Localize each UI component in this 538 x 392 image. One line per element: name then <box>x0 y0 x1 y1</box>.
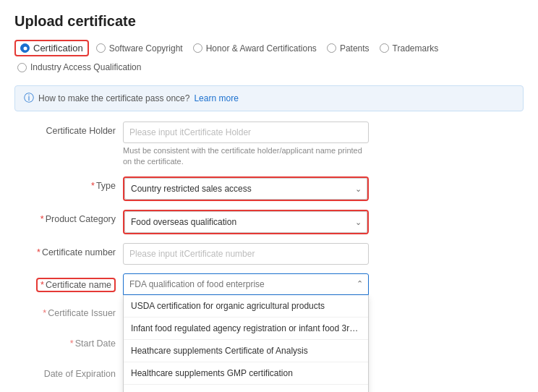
certificate-name-label-wrap: *Certificate name <box>14 273 116 292</box>
tab-software-label: Software Copyright <box>109 43 183 54</box>
product-category-row: *Product Category Food overseas qualific… <box>14 210 524 234</box>
dropdown-item-5[interactable]: GFSI or GMP certification, GFIS (BRC, IF… <box>124 385 368 392</box>
expiry-date-label: Date of Expiration <box>14 365 116 379</box>
dropdown-item-3[interactable]: Heathcare supplements Certificate of Ana… <box>124 340 368 362</box>
info-icon: ⓘ <box>24 92 34 105</box>
tab-trademarks[interactable]: Trademarks <box>377 42 442 55</box>
start-date-required-star: * <box>70 338 74 349</box>
certificate-number-row: *Certificate number <box>14 243 524 265</box>
tab-software-radio <box>96 43 106 53</box>
product-category-select[interactable]: Food overseas qualification <box>124 211 367 233</box>
tab-certification[interactable]: Certification <box>14 40 89 56</box>
certificate-holder-row: Certificate Holder Must be consistent wi… <box>14 122 524 168</box>
product-category-required-star: * <box>40 214 44 224</box>
issuer-required-star: * <box>43 308 46 318</box>
product-category-label: *Product Category <box>14 210 116 224</box>
form-section: Certificate Holder Must be consistent wi… <box>14 122 524 386</box>
dropdown-item-2[interactable]: Infant food regulated agency registratio… <box>124 318 368 340</box>
dropdown-item-1[interactable]: USDA certification for organic agricultu… <box>124 295 368 318</box>
tab-software-copyright[interactable]: Software Copyright <box>93 42 186 55</box>
page-container: Upload certificate Certification Softwar… <box>0 0 538 392</box>
certificate-number-field-group <box>123 243 524 265</box>
cert-name-required-star: * <box>40 280 44 290</box>
info-banner: ⓘ How to make the certificate pass once?… <box>14 85 524 111</box>
tab-certification-label: Certification <box>33 43 83 54</box>
certificate-number-label: *Certificate number <box>14 243 116 257</box>
certificate-name-input[interactable] <box>123 273 369 295</box>
tab-honor-radio <box>193 43 202 53</box>
type-label: *Type <box>14 176 116 191</box>
certificate-holder-input[interactable] <box>123 122 369 143</box>
dropdown-item-4[interactable]: Healthcare supplements GMP certification <box>124 362 368 385</box>
tab-patents-radio <box>327 43 336 53</box>
tab-honor-label: Honor & Award Certifications <box>206 43 317 54</box>
type-required-star: * <box>91 181 95 191</box>
product-category-select-wrapper: Food overseas qualification ⌄ <box>123 210 369 234</box>
certificate-holder-label: Certificate Holder <box>14 122 116 136</box>
cert-number-required-star: * <box>37 247 40 257</box>
tab-patents[interactable]: Patents <box>324 42 372 55</box>
certificate-name-dropdown-wrapper: ⌃ USDA certification for organic agricul… <box>123 273 369 295</box>
certificate-name-field-group: ⌃ USDA certification for organic agricul… <box>123 273 524 295</box>
product-category-field-group: Food overseas qualification ⌄ <box>123 210 524 234</box>
tab-patents-label: Patents <box>340 43 370 54</box>
info-banner-text: How to make the certificate pass once? <box>38 93 189 103</box>
tab-industry-label: Industry Access Qualification <box>30 62 141 72</box>
certificate-number-input[interactable] <box>123 243 369 265</box>
tab-certification-radio <box>20 43 30 53</box>
tab-industry-radio <box>17 63 27 72</box>
cert-name-label-highlighted: *Certificate name <box>36 278 116 292</box>
tab-honor-award[interactable]: Honor & Award Certifications <box>190 42 320 55</box>
type-row: *Type Country restricted sales access ⌄ <box>14 176 524 201</box>
page-title: Upload certificate <box>14 13 524 30</box>
learn-more-link[interactable]: Learn more <box>194 93 238 103</box>
certificate-holder-field-group: Must be consistent with the certificate … <box>123 122 524 168</box>
certificate-name-dropdown-list: USDA certification for organic agricultu… <box>123 295 369 392</box>
tab-trademarks-radio <box>380 43 389 53</box>
tabs-row: Certification Software Copyright Honor &… <box>14 40 524 74</box>
type-field-group: Country restricted sales access ⌄ <box>123 176 524 201</box>
start-date-label: *Start Date <box>14 334 116 349</box>
certificate-holder-hint: Must be consistent with the certificate … <box>123 145 369 168</box>
type-select[interactable]: Country restricted sales access <box>124 178 367 200</box>
type-select-wrapper: Country restricted sales access ⌄ <box>123 176 369 201</box>
tab-trademarks-label: Trademarks <box>393 43 439 54</box>
certificate-name-row: *Certificate name ⌃ USDA certification f… <box>14 273 524 295</box>
certificate-issuer-label: *Certificate Issuer <box>14 304 116 318</box>
tab-industry-access[interactable]: Industry Access Qualification <box>14 61 144 74</box>
